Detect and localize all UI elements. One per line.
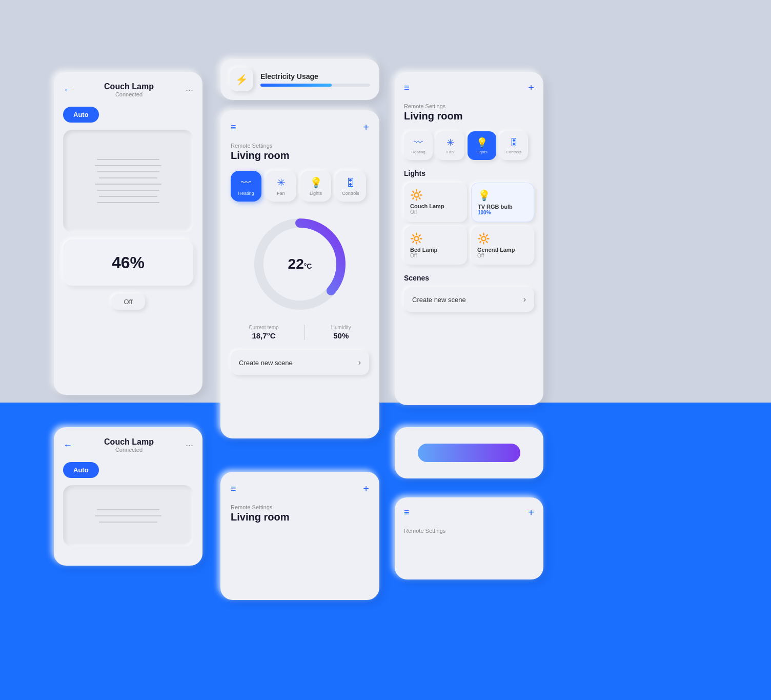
right-room-title: Living room <box>404 110 534 122</box>
heating-button[interactable]: 〰 Heating <box>231 171 261 202</box>
right-lights-label: Lights <box>476 150 487 154</box>
humidity-stat: Humidity 50% <box>331 325 351 340</box>
slider-line-7 <box>99 196 157 197</box>
tv-rgb-icon: 💡 <box>478 189 527 202</box>
electricity-title: Electricity Usage <box>260 72 370 81</box>
bottom-right-add-icon[interactable]: + <box>528 507 534 518</box>
slider-line-3 <box>97 171 159 172</box>
bottom-more-options-button[interactable]: ··· <box>186 440 193 451</box>
current-temp-value: 18,7°C <box>249 331 278 340</box>
electricity-icon-box: ⚡ <box>230 68 253 91</box>
create-scene-button[interactable]: Create new scene › <box>231 350 369 375</box>
electricity-content: Electricity Usage <box>260 72 370 87</box>
bed-lamp-item[interactable]: 🔆 Bed Lamp Off <box>404 226 467 265</box>
bottom-right-hamburger-icon[interactable]: ≡ <box>404 507 410 518</box>
right-fan-icon: ✳ <box>447 137 454 148</box>
more-options-button[interactable]: ··· <box>186 85 193 95</box>
couch-lamp-name: Couch Lamp <box>410 203 461 209</box>
fan-button[interactable]: ✳ Fan <box>266 171 296 202</box>
lights-label: Lights <box>310 191 322 196</box>
lights-button[interactable]: 💡 Lights <box>300 171 331 202</box>
right-card-header: ≡ + <box>404 82 534 94</box>
fan-label: Fan <box>277 191 285 196</box>
right-lights-button[interactable]: 💡 Lights <box>468 131 496 160</box>
bottom-slider-line-3 <box>99 522 157 523</box>
stats-row: Current temp 18,7°C Humidity 50% <box>231 325 369 340</box>
bottom-right-card-header: ≡ + <box>404 507 534 518</box>
lamp-header: ← Couch Lamp Connected ··· <box>63 82 193 97</box>
right-create-scene-label: Create new scene <box>412 296 466 304</box>
remote-label: Remote Settings <box>231 143 369 149</box>
lamp-title-area: Couch Lamp Connected <box>104 82 154 97</box>
controls-label: Controls <box>342 191 359 196</box>
right-hamburger-icon[interactable]: ≡ <box>404 83 410 93</box>
bottom-brightness-slider[interactable] <box>63 485 193 547</box>
create-scene-label: Create new scene <box>239 359 293 367</box>
bottom-lamp-status: Connected <box>104 447 154 453</box>
living-room-right-card: ≡ + Remote Settings Living room 〰 Heatin… <box>395 72 543 405</box>
right-lights-icon: 💡 <box>476 137 488 148</box>
slider-line-6 <box>97 190 159 191</box>
lights-icon: 💡 <box>310 176 322 189</box>
tv-rgb-item[interactable]: 💡 TV RGB bulb 100% <box>471 183 534 222</box>
current-temp-stat: Current temp 18,7°C <box>249 325 278 340</box>
right-controls-icon: 🎛 <box>509 137 518 148</box>
off-button[interactable]: Off <box>111 294 145 310</box>
chevron-right-icon: › <box>358 358 361 367</box>
center-card-bottom: ≡ + Remote Settings Living room <box>220 472 379 600</box>
electricity-bar <box>260 84 370 87</box>
slider-line-2 <box>95 165 161 166</box>
right-fan-label: Fan <box>447 150 454 154</box>
bottom-slider-lines <box>89 509 167 523</box>
scenes-title: Scenes <box>404 274 534 282</box>
hamburger-icon[interactable]: ≡ <box>231 122 236 133</box>
center-card-header: ≡ + <box>231 122 369 133</box>
lamp-name: Couch Lamp <box>104 82 154 91</box>
bottom-center-remote-label: Remote Settings <box>231 504 369 510</box>
lights-section-title: Lights <box>404 169 534 177</box>
couch-lamp-card-top: ← Couch Lamp Connected ··· Auto 46% Off <box>54 72 202 395</box>
add-icon[interactable]: + <box>363 122 369 133</box>
bottom-lamp-name: Couch Lamp <box>104 437 154 447</box>
lamp-status: Connected <box>104 91 154 97</box>
auto-button[interactable]: Auto <box>63 107 99 123</box>
heating-label: Heating <box>238 191 254 196</box>
percentage-value: 46% <box>112 253 145 272</box>
bottom-back-button[interactable]: ← <box>63 440 72 451</box>
general-lamp-item[interactable]: 🔆 General Lamp Off <box>471 226 534 265</box>
lights-grid: 🔆 Couch Lamp Off 💡 TV RGB bulb 100% 🔆 Be… <box>404 183 534 265</box>
gradient-bar <box>418 444 520 462</box>
back-button[interactable]: ← <box>63 85 72 95</box>
temperature-display: 22°C <box>288 256 312 272</box>
right-fan-button[interactable]: ✳ Fan <box>436 131 464 160</box>
right-chevron-icon: › <box>523 295 526 304</box>
fan-icon: ✳ <box>277 176 286 189</box>
right-add-icon[interactable]: + <box>528 82 534 94</box>
right-heating-label: Heating <box>411 150 425 154</box>
tv-rgb-name: TV RGB bulb <box>478 204 527 210</box>
bottom-slider-line-2 <box>95 515 161 516</box>
couch-lamp-item[interactable]: 🔆 Couch Lamp Off <box>404 183 467 222</box>
bottom-slider-line-1 <box>97 509 159 510</box>
thermostat: 22°C <box>249 213 351 315</box>
bed-lamp-icon: 🔆 <box>410 232 461 245</box>
general-lamp-icon: 🔆 <box>477 232 528 245</box>
tv-rgb-status: 100% <box>478 210 527 215</box>
couch-lamp-icon: 🔆 <box>410 189 461 201</box>
bottom-center-add-icon[interactable]: + <box>363 483 369 495</box>
slider-line-1 <box>97 159 159 160</box>
right-controls-button[interactable]: 🎛 Controls <box>499 131 528 160</box>
right-create-scene-button[interactable]: Create new scene › <box>404 287 534 312</box>
controls-button[interactable]: 🎛 Controls <box>335 171 366 202</box>
brightness-slider[interactable] <box>63 130 193 232</box>
bottom-lamp-header: ← Couch Lamp Connected ··· <box>63 437 193 453</box>
humidity-label: Humidity <box>331 325 351 330</box>
couch-lamp-status: Off <box>410 209 461 215</box>
percentage-card: 46% <box>63 239 193 286</box>
right-heating-button[interactable]: 〰 Heating <box>404 131 433 160</box>
bottom-auto-button[interactable]: Auto <box>63 462 99 478</box>
device-icons-row: 〰 Heating ✳ Fan 💡 Lights 🎛 Controls <box>231 171 369 202</box>
bottom-center-hamburger-icon[interactable]: ≡ <box>231 484 236 494</box>
living-room-center-card: ≡ + Remote Settings Living room 〰 Heatin… <box>220 110 379 438</box>
humidity-value: 50% <box>331 331 351 340</box>
